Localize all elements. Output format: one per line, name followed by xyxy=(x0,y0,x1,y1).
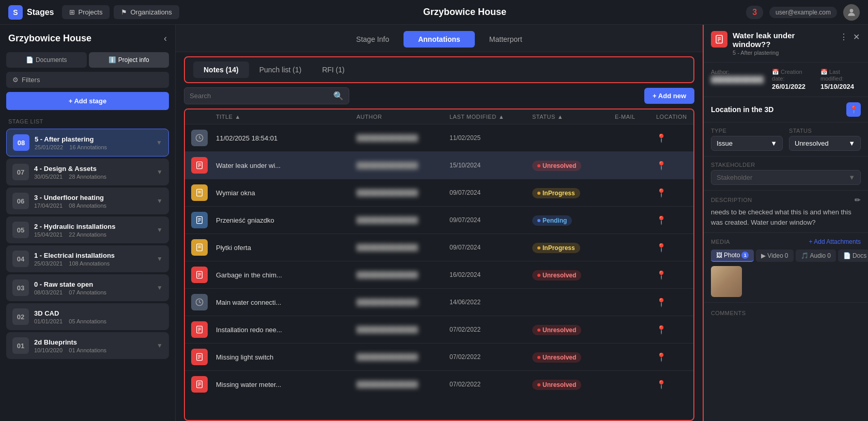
media-tab-bar: 🖼 Photo 1 ▶ Video 0 🎵 Audio 0 📄 Docs xyxy=(711,250,861,262)
row-title: Missing water meter... xyxy=(216,381,357,388)
location-icon[interactable]: 📍 xyxy=(656,325,687,335)
location-icon[interactable]: 📍 xyxy=(656,270,687,280)
rp-more-button[interactable]: ⋮ xyxy=(839,31,849,43)
rp-add-attachments-button[interactable]: + Add Attachments xyxy=(809,238,861,245)
media-thumbnail[interactable] xyxy=(711,266,742,297)
sort-icon-modified: ▲ xyxy=(499,114,504,120)
stage-item-2[interactable]: 06 3 - Underfloor heating 17/04/2021 08 … xyxy=(6,188,169,214)
rp-status-select[interactable]: Unresolved ▼ xyxy=(789,136,861,151)
stage-chevron-3: ▼ xyxy=(157,226,163,233)
organizations-nav-button[interactable]: ⚑ Organizations xyxy=(114,5,179,19)
sidebar-tab-bar: 📄 Documents ℹ️ Project info xyxy=(0,52,175,72)
stage-number-2: 06 xyxy=(12,193,29,209)
location-icon[interactable]: 📍 xyxy=(656,380,687,389)
media-audio-tab[interactable]: 🎵 Audio 0 xyxy=(796,250,836,262)
rp-stakeholder-select[interactable]: Stakeholder ▼ xyxy=(711,170,861,185)
location-icon[interactable]: 📍 xyxy=(656,133,687,143)
stage-chevron-0: ▼ xyxy=(156,139,162,146)
location-icon[interactable]: 📍 xyxy=(656,243,687,253)
rp-comments-section: COMMENTS xyxy=(704,303,868,322)
add-stage-button[interactable]: + Add stage xyxy=(6,92,169,110)
col-status[interactable]: STATUS ▲ xyxy=(532,114,615,120)
stage-item-left-2: 06 3 - Underfloor heating 17/04/2021 08 … xyxy=(12,193,106,209)
row-author-blurred: ██████████████ xyxy=(357,162,450,169)
photo-count: 1 xyxy=(741,252,749,259)
rp-desc-edit-button[interactable]: ✏ xyxy=(855,196,861,204)
sidebar-collapse-button[interactable]: ‹ xyxy=(164,33,167,44)
user-avatar[interactable] xyxy=(843,4,860,21)
location-icon[interactable]: 📍 xyxy=(656,161,687,170)
media-docs-tab[interactable]: 📄 Docs 0 xyxy=(838,250,868,262)
table-row[interactable]: 11/02/2025 18:54:01 ██████████████ 11/02… xyxy=(185,124,693,152)
stage-item-0[interactable]: 08 5 - After plastering 25/01/2022 16 An… xyxy=(6,129,169,157)
table-row[interactable]: Wymiar okna ██████████████ 09/07/2024 In… xyxy=(185,179,693,207)
rfi-tab[interactable]: RFI (1) xyxy=(312,61,355,78)
table-row[interactable]: Main water connecti... ██████████████ 14… xyxy=(185,289,693,316)
table-row[interactable]: Missing water meter... ██████████████ 07… xyxy=(185,371,693,398)
media-video-tab[interactable]: ▶ Video 0 xyxy=(756,250,793,262)
stage-meta-6: 01/01/2021 05 Annotations xyxy=(34,318,106,324)
rp-annotation-title: Water leak under window?? xyxy=(733,31,833,49)
projects-nav-button[interactable]: ⊞ Projects xyxy=(62,5,110,19)
row-icon-rfi xyxy=(191,157,208,174)
filter-button[interactable]: ⚙ Filters xyxy=(6,72,169,88)
docs-icon: 📄 xyxy=(843,252,851,259)
stage-item-left-6: 02 3D CAD 01/01/2021 05 Annotations xyxy=(12,308,106,325)
annotations-tab[interactable]: Annotations xyxy=(404,31,475,48)
rp-modified-item: 📅 Last modified: 15/10/2024 xyxy=(820,69,861,90)
table-row[interactable]: Missing light switch ██████████████ 07/0… xyxy=(185,344,693,371)
stage-item-4[interactable]: 04 1 - Electrical installations 25/03/20… xyxy=(6,245,169,272)
location-icon[interactable]: 📍 xyxy=(656,188,687,198)
sidebar-header: Grzybowice House ‹ xyxy=(0,25,175,52)
stage-item-left-4: 04 1 - Electrical installations 25/03/20… xyxy=(12,251,115,267)
search-input[interactable] xyxy=(190,92,330,100)
topnav-right: 3 user@example.com xyxy=(746,4,860,21)
notes-tab[interactable]: Notes (14) xyxy=(193,61,249,78)
stage-item-7[interactable]: 01 2d Blueprints 10/10/2020 01 Annotatio… xyxy=(6,332,169,359)
rp-type-select[interactable]: Issue ▼ xyxy=(711,136,783,151)
table-row[interactable]: Water leak under wi... ██████████████ 15… xyxy=(185,152,693,179)
rp-location-section: Location in the 3D 📍 xyxy=(704,97,868,122)
rp-modified-date: 15/10/2024 xyxy=(820,83,861,90)
table-row[interactable]: Installation redo nee... ██████████████ … xyxy=(185,316,693,344)
location-icon[interactable]: 📍 xyxy=(656,352,687,362)
row-date: 14/06/2022 xyxy=(450,299,532,306)
row-status: InProgress xyxy=(532,188,615,198)
row-date: 07/02/2022 xyxy=(450,381,532,388)
location-icon[interactable]: 📍 xyxy=(656,215,687,225)
matterport-tab[interactable]: Matterport xyxy=(475,31,537,48)
stage-number-4: 04 xyxy=(12,251,29,267)
media-photo-tab[interactable]: 🖼 Photo 1 xyxy=(711,250,754,262)
table-row[interactable]: Przenieść gniazdko ██████████████ 09/07/… xyxy=(185,207,693,234)
table-row[interactable]: Płytki oferta ██████████████ 09/07/2024 … xyxy=(185,234,693,261)
stage-chevron-2: ▼ xyxy=(157,197,163,205)
rp-stakeholder-label: STAKEHOLDER xyxy=(711,162,861,168)
punch-list-tab[interactable]: Punch list (1) xyxy=(249,61,312,78)
audio-icon: 🎵 xyxy=(801,252,809,259)
stage-tab-bar: Stage Info Annotations Matterport xyxy=(176,25,703,52)
stage-item-5[interactable]: 03 0 - Raw state open 08/03/2021 07 Anno… xyxy=(6,274,169,301)
sidebar-tab-project-info[interactable]: ℹ️ Project info xyxy=(89,52,169,68)
add-new-button[interactable]: + Add new xyxy=(644,88,694,104)
table-row[interactable]: Garbage in the chim... ██████████████ 16… xyxy=(185,261,693,289)
sidebar-tab-documents[interactable]: 📄 Documents xyxy=(6,52,87,68)
rp-comments-label: COMMENTS xyxy=(711,310,746,316)
row-title: Płytki oferta xyxy=(216,244,357,252)
stage-number-5: 03 xyxy=(12,279,29,296)
stage-item-1[interactable]: 07 4 - Design & Assets 30/05/2021 28 Ann… xyxy=(6,159,169,185)
location-icon[interactable]: 📍 xyxy=(656,298,687,307)
rp-location-button[interactable]: 📍 xyxy=(846,102,861,117)
row-icon-rfi xyxy=(191,376,208,393)
stage-item-3[interactable]: 05 2 - Hydraulic installations 15/04/202… xyxy=(6,216,169,243)
search-box[interactable]: 🔍 xyxy=(184,87,349,104)
col-last-modified[interactable]: LAST MODIFIED ▲ xyxy=(450,114,532,120)
rp-status-field: STATUS Unresolved ▼ xyxy=(789,128,861,151)
sidebar-project-title: Grzybowice House xyxy=(8,33,91,44)
col-author[interactable]: AUTHOR xyxy=(357,114,450,120)
row-status: Unresolved xyxy=(532,324,615,335)
col-title[interactable]: TITLE ▲ xyxy=(216,114,357,120)
row-icon-note xyxy=(191,184,208,201)
stage-item-6[interactable]: 02 3D CAD 01/01/2021 05 Annotations xyxy=(6,303,169,330)
rp-close-button[interactable]: ✕ xyxy=(852,31,861,43)
stage-info-tab[interactable]: Stage Info xyxy=(342,31,404,48)
